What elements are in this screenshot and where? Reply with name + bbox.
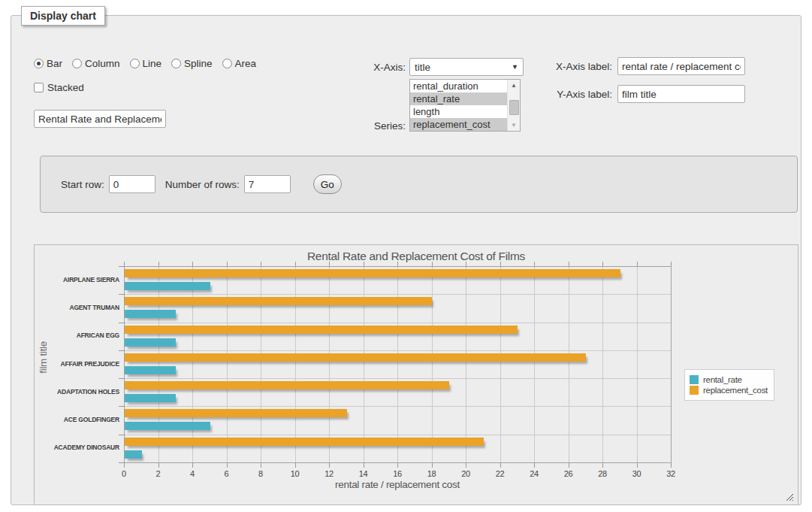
gridline-vertical <box>158 266 159 462</box>
chart-container: Rental Rate and Replacement Cost of Film… <box>34 244 798 505</box>
x-tick-mark-top <box>534 262 535 266</box>
y-category-label: AGENT TRUMAN <box>35 304 119 311</box>
series-multiselect[interactable]: rental_durationrental_ratelengthreplacem… <box>409 79 521 132</box>
scroll-down-icon[interactable]: ▼ <box>508 120 520 131</box>
x-axis-selected-value: title <box>415 62 512 73</box>
gridline-vertical <box>329 266 330 462</box>
gridline-vertical <box>364 266 364 462</box>
bar-replacement_cost[interactable] <box>125 438 484 446</box>
bar-rental_rate[interactable] <box>125 338 176 347</box>
x-tick-mark-bottom <box>569 463 569 468</box>
gridline-vertical <box>261 266 261 462</box>
start-row-label: Start row: <box>61 179 104 190</box>
x-tick-mark-bottom <box>534 463 535 468</box>
scroll-up-icon[interactable]: ▲ <box>508 80 520 91</box>
x-tick-mark-bottom <box>261 463 261 468</box>
number-of-rows-input[interactable] <box>244 175 291 193</box>
chevron-down-icon: ▼ <box>512 63 518 71</box>
gridline-horizontal <box>124 406 671 407</box>
radio-icon[interactable] <box>171 59 181 68</box>
x-tick-label: 20 <box>454 469 477 478</box>
stacked-label: Stacked <box>47 82 84 93</box>
gridline-horizontal <box>124 435 671 435</box>
gridline-horizontal <box>124 378 671 379</box>
legend-swatch-replacement_cost <box>690 386 699 395</box>
x-tick-label: 16 <box>386 469 409 478</box>
bar-replacement_cost[interactable] <box>125 297 432 305</box>
radio-label: Area <box>235 58 257 69</box>
bar-rental_rate[interactable] <box>125 450 142 459</box>
chart-title: Rental Rate and Replacement Cost of Film… <box>35 250 798 263</box>
series-scrollbar[interactable]: ▲ ▼ <box>507 80 520 131</box>
legend-label: replacement_cost <box>703 386 768 395</box>
x-tick-label: 26 <box>557 469 580 478</box>
chart-type-radio-line[interactable]: Line <box>130 58 162 69</box>
number-of-rows-label: Number of rows: <box>165 179 240 190</box>
go-button[interactable]: Go <box>313 174 342 194</box>
gridline-vertical <box>534 266 535 462</box>
chart-type-radio-bar[interactable]: Bar <box>34 58 62 69</box>
start-row-input[interactable] <box>109 175 155 193</box>
series-option-length[interactable]: length <box>410 105 507 118</box>
y-axis-label-input[interactable] <box>617 85 745 103</box>
bar-rental_rate[interactable] <box>125 310 176 318</box>
x-axis-label-input[interactable] <box>617 57 745 75</box>
x-tick-mark-bottom <box>364 463 364 468</box>
bar-replacement_cost[interactable] <box>125 353 586 362</box>
x-tick-mark-top <box>671 262 672 266</box>
stacked-checkbox-row[interactable]: Stacked <box>34 82 84 93</box>
x-tick-mark-top <box>364 262 364 266</box>
x-tick-mark-bottom <box>158 463 159 468</box>
x-axis-select[interactable]: title ▼ <box>409 58 524 76</box>
radio-icon[interactable] <box>72 59 82 68</box>
chart-type-radio-column[interactable]: Column <box>72 58 120 69</box>
x-tick-mark-bottom <box>466 463 466 468</box>
x-axis-label-label: X-Axis label: <box>541 61 612 72</box>
x-tick-label: 10 <box>284 469 306 478</box>
series-option-replacement_cost[interactable]: replacement_cost <box>410 118 507 131</box>
chart-type-radio-spline[interactable]: Spline <box>171 58 213 69</box>
gridline-vertical <box>432 266 433 462</box>
x-tick-label: 14 <box>352 469 375 478</box>
row-controls-panel: Start row: Number of rows: Go <box>40 156 798 213</box>
radio-icon[interactable] <box>222 59 232 68</box>
chart-title-input[interactable] <box>34 110 166 128</box>
radio-icon[interactable] <box>130 59 140 68</box>
chart-type-options: BarColumnLineSplineArea <box>34 58 256 69</box>
x-tick-mark-top <box>602 262 603 266</box>
bar-replacement_cost[interactable] <box>125 381 449 389</box>
x-tick-label: 30 <box>626 469 648 478</box>
gridline-horizontal <box>124 294 671 295</box>
bar-rental_rate[interactable] <box>125 282 210 290</box>
fieldset-legend: Display chart <box>21 6 105 26</box>
x-tick-label: 18 <box>421 469 443 478</box>
gridline-vertical <box>466 266 466 462</box>
bar-rental_rate[interactable] <box>125 422 210 430</box>
series-option-rental_rate[interactable]: rental_rate <box>410 92 507 105</box>
bar-replacement_cost[interactable] <box>125 326 518 334</box>
resize-handle-icon[interactable] <box>785 492 793 501</box>
y-category-label: ACE GOLDFINGER <box>35 416 119 423</box>
y-category-label: AFRICAN EGG <box>35 332 119 339</box>
radio-label: Line <box>143 58 162 69</box>
x-tick-mark-bottom <box>329 463 330 468</box>
bar-replacement_cost[interactable] <box>125 409 347 417</box>
y-tick-mark <box>119 294 124 295</box>
gridline-horizontal <box>124 350 671 351</box>
chart-type-radio-area[interactable]: Area <box>222 58 257 69</box>
x-tick-mark-top <box>432 262 433 266</box>
series-option-rental_duration[interactable]: rental_duration <box>410 80 507 92</box>
y-category-label: AIRPLANE SIERRA <box>35 276 119 283</box>
bar-rental_rate[interactable] <box>125 394 176 402</box>
x-tick-mark-top <box>569 262 569 266</box>
x-tick-label: 0 <box>113 469 135 478</box>
radio-icon[interactable] <box>34 59 44 68</box>
bar-replacement_cost[interactable] <box>125 269 620 277</box>
gridline-vertical <box>500 266 501 462</box>
stacked-checkbox[interactable] <box>34 83 44 92</box>
x-tick-mark-top <box>192 262 193 266</box>
bar-rental_rate[interactable] <box>125 366 176 374</box>
x-tick-label: 8 <box>249 469 272 478</box>
gridline-vertical <box>295 266 296 462</box>
scrollbar-thumb[interactable] <box>509 100 519 115</box>
